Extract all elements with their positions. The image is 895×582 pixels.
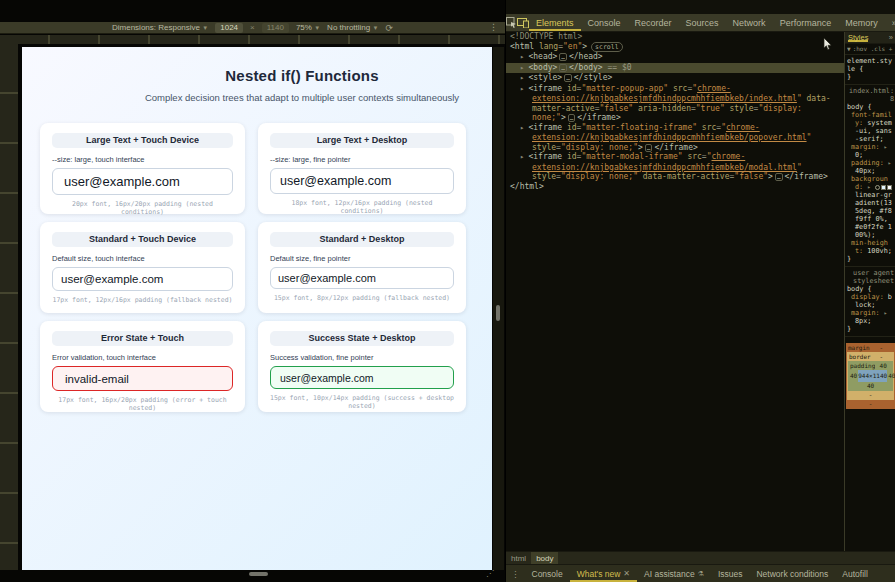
filter-chip[interactable]: :hov bbox=[853, 45, 871, 52]
color-swatch bbox=[887, 185, 892, 190]
field-label: --size: large, touch interface bbox=[52, 155, 233, 164]
card-title: Standard + Desktop bbox=[270, 232, 454, 247]
email-input[interactable] bbox=[52, 267, 233, 291]
email-input[interactable] bbox=[270, 168, 454, 194]
drawer-menu-icon[interactable]: ⋮ bbox=[506, 569, 525, 579]
email-input[interactable] bbox=[52, 168, 233, 195]
form-card: Standard + Touch DeviceDefault size, tou… bbox=[40, 222, 245, 313]
filter-funnel-icon: ▼ bbox=[847, 45, 851, 53]
experiment-flask-icon: ⚗ bbox=[698, 570, 704, 578]
tab-console[interactable]: Console bbox=[581, 14, 628, 31]
email-input[interactable] bbox=[52, 366, 233, 391]
breadcrumb-body[interactable]: body bbox=[531, 552, 558, 564]
css-property[interactable]: margin: ▸ 0; bbox=[847, 143, 894, 159]
sidebar-more-tabs[interactable]: » bbox=[889, 34, 893, 42]
rule-selector: element.style { bbox=[847, 57, 894, 73]
rule-selector: body { bbox=[847, 103, 894, 111]
style-rule[interactable]: user agent stylesheetbody {display: bloc… bbox=[845, 267, 895, 337]
drawer-tab-what-s-new[interactable]: What's new✕ bbox=[570, 565, 637, 582]
viewport-resize-grip[interactable]: ⋰ bbox=[486, 569, 494, 578]
card-caption: 17px font, 12px/16px padding (fallback n… bbox=[52, 296, 233, 304]
expand-arrow-icon: ▸ bbox=[888, 159, 892, 166]
breadcrumb-html[interactable]: html bbox=[506, 552, 531, 564]
throttling-select[interactable]: No throttling ▼ bbox=[327, 23, 378, 32]
box-model-widget[interactable]: margin-border-padding4040944×11404040-- bbox=[846, 343, 895, 409]
dimensions-select[interactable]: Dimensions: Responsive ▼ bbox=[112, 23, 208, 32]
viewport-page: Nested if() Functions Complex decision t… bbox=[22, 47, 492, 570]
box-model-border[interactable]: border-padding4040944×11404040- bbox=[847, 352, 894, 400]
css-property[interactable]: padding: ▸ 40px; bbox=[847, 159, 894, 175]
toggle-device-toolbar-icon[interactable] bbox=[517, 15, 529, 31]
devtools-tabbar: ElementsConsoleRecorderSourcesNetworkPer… bbox=[506, 14, 895, 32]
inspect-element-icon[interactable] bbox=[506, 15, 517, 31]
dom-tree-node[interactable]: ▸ <body>…</body> == $0 bbox=[506, 63, 844, 74]
vertical-scrollbar[interactable] bbox=[493, 47, 504, 570]
box-model-padding[interactable]: padding4040944×11404040 bbox=[848, 361, 893, 391]
dom-tree-node[interactable]: ▸ <iframe id="matter-floating-iframe" sr… bbox=[506, 123, 844, 153]
styles-sidebar: Styles » ▼ :hov .cls + element.style {}i… bbox=[844, 32, 895, 551]
style-rule[interactable]: index.html:8body {font-family: system-ui… bbox=[845, 85, 895, 267]
drawer-tab-autofill[interactable]: Autofill bbox=[835, 565, 875, 582]
css-property[interactable]: display: block; bbox=[847, 293, 894, 309]
chevron-down-icon: ▼ bbox=[372, 25, 378, 31]
rotate-viewport-icon[interactable]: ⟳ bbox=[385, 23, 393, 33]
dom-tree-node[interactable]: ▸ <head>…</head> bbox=[506, 52, 844, 63]
drawer-tab-network-conditions[interactable]: Network conditions bbox=[749, 565, 835, 582]
card-caption: 17px font, 16px/20px padding (error + to… bbox=[52, 396, 233, 412]
filter-chip[interactable]: + bbox=[889, 45, 893, 52]
more-tabs-button[interactable]: » bbox=[885, 14, 895, 31]
tab-network[interactable]: Network bbox=[726, 14, 773, 31]
tab-sources[interactable]: Sources bbox=[679, 14, 726, 31]
field-label: Default size, fine pointer bbox=[270, 254, 454, 263]
dom-tree-node[interactable]: ▸ <iframe id="matter-popup-app" src="chr… bbox=[506, 84, 844, 123]
card-caption: 15px font, 10px/14px padding (success + … bbox=[270, 394, 454, 410]
dom-tree-node[interactable]: <html lang="en">scroll bbox=[506, 42, 844, 53]
email-input[interactable] bbox=[270, 366, 454, 389]
device-toolbar-options-icon[interactable]: ⋮ bbox=[489, 22, 498, 32]
viewport-width-input[interactable]: 1024 bbox=[215, 23, 243, 33]
card-title: Standard + Touch Device bbox=[52, 232, 233, 247]
angle-swatch-icon bbox=[875, 185, 880, 190]
elements-dom-tree: <!DOCTYPE html><html lang="en">scroll▸ <… bbox=[506, 32, 844, 551]
box-model-content[interactable]: 944×1140 bbox=[858, 370, 887, 382]
rule-source-link[interactable]: index.html:8 bbox=[847, 87, 894, 103]
vertical-scrollbar-thumb[interactable] bbox=[496, 305, 500, 321]
css-property[interactable]: background: ▸ linear-gradient(135deg, #f… bbox=[847, 175, 894, 239]
vertical-ruler bbox=[0, 44, 18, 570]
drawer-tab-console[interactable]: Console bbox=[525, 565, 570, 582]
rule-source-link[interactable]: user agent stylesheet bbox=[847, 269, 894, 285]
tab-performance[interactable]: Performance bbox=[773, 14, 839, 31]
screen: Dimensions: Responsive ▼ 1024 × 1140 75%… bbox=[0, 0, 895, 582]
tab-styles[interactable]: Styles bbox=[848, 34, 868, 42]
dom-tree-node[interactable]: ▸ <iframe id="matter-modal-iframe" src="… bbox=[506, 152, 844, 182]
dom-tree-node[interactable]: </html> bbox=[506, 182, 844, 192]
styles-filter-bar[interactable]: ▼ :hov .cls + bbox=[845, 44, 895, 55]
box-model-margin[interactable]: margin-border-padding4040944×11404040-- bbox=[846, 343, 895, 409]
drawer-tab-ai-assistance[interactable]: AI assistance⚗ bbox=[637, 565, 711, 582]
css-property[interactable]: min-height: 100vh; bbox=[847, 239, 894, 255]
tab-memory[interactable]: Memory bbox=[838, 14, 885, 31]
field-label: Success validation, fine pointer bbox=[270, 353, 454, 362]
card-title: Large Text + Desktop bbox=[270, 133, 454, 148]
style-rule[interactable]: element.style {} bbox=[845, 55, 895, 85]
expand-arrow-icon: ▸ bbox=[884, 143, 888, 150]
dom-tree-node[interactable]: <!DOCTYPE html> bbox=[506, 32, 844, 42]
css-property[interactable]: margin: ▸ 8px; bbox=[847, 309, 894, 325]
form-card: Large Text + Touch Device--size: large, … bbox=[40, 123, 245, 214]
horizontal-scrollbar-thumb[interactable] bbox=[249, 572, 268, 576]
filter-chip[interactable]: .cls bbox=[871, 45, 889, 52]
viewport-height-input[interactable]: 1140 bbox=[262, 23, 289, 33]
dom-tree-node[interactable]: ▸ <style>…</style> bbox=[506, 73, 844, 84]
field-label: --size: large, fine pointer bbox=[270, 155, 454, 164]
card-caption: 15px font, 8px/12px padding (fallback ne… bbox=[270, 294, 454, 302]
device-mode-toolbar: Dimensions: Responsive ▼ 1024 × 1140 75%… bbox=[0, 22, 505, 34]
close-icon[interactable]: ✕ bbox=[623, 569, 630, 578]
css-property[interactable]: font-family: system-ui, sans-serif; bbox=[847, 111, 894, 143]
drawer-tab-issues[interactable]: Issues bbox=[711, 565, 750, 582]
zoom-select[interactable]: 75% ▼ bbox=[296, 23, 320, 32]
drawer-tabbar: ⋮ ConsoleWhat's new✕AI assistance⚗Issues… bbox=[506, 564, 895, 582]
card-grid: Large Text + Touch Device--size: large, … bbox=[40, 123, 466, 412]
tab-elements[interactable]: Elements bbox=[529, 14, 581, 31]
tab-recorder[interactable]: Recorder bbox=[628, 14, 679, 31]
email-input[interactable] bbox=[270, 267, 454, 289]
